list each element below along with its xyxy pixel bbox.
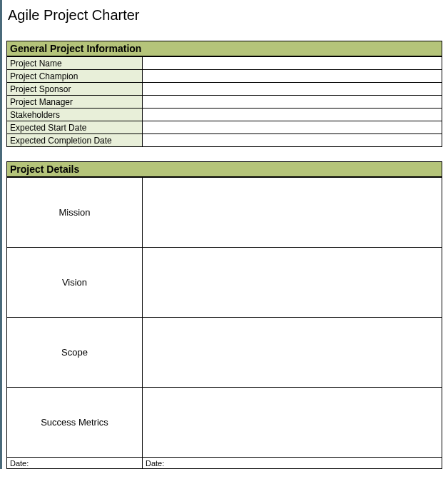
general-info-table: Project Name Project Champion Project Sp…: [6, 56, 442, 147]
field-label: Project Champion: [7, 70, 143, 83]
table-row: Project Sponsor: [7, 83, 442, 96]
field-label: Stakeholders: [7, 109, 143, 121]
field-label: Project Manager: [7, 96, 143, 109]
project-details-table: Mission Vision Scope Success Metrics Dat…: [6, 177, 442, 469]
table-row: Project Manager: [7, 96, 442, 109]
field-value[interactable]: [143, 109, 442, 121]
field-value[interactable]: [143, 70, 442, 83]
field-label: Expected Completion Date: [7, 134, 143, 147]
detail-label: Vision: [7, 248, 143, 318]
table-row: Project Name: [7, 57, 442, 70]
detail-label: Scope: [7, 318, 143, 388]
date-field-1[interactable]: Date:: [7, 458, 143, 469]
detail-value[interactable]: [143, 178, 442, 248]
field-value[interactable]: [143, 134, 442, 147]
field-value[interactable]: [143, 57, 442, 70]
field-value[interactable]: [143, 121, 442, 134]
general-section-header: General Project Information: [6, 41, 442, 56]
table-row: Expected Completion Date: [7, 134, 442, 147]
field-label: Expected Start Date: [7, 121, 143, 134]
document-wrapper: Agile Project Charter General Project In…: [0, 0, 448, 469]
detail-label: Mission: [7, 178, 143, 248]
table-row: Mission: [7, 178, 442, 248]
details-section-header: Project Details: [6, 161, 442, 177]
table-row: Success Metrics: [7, 388, 442, 458]
field-label: Project Name: [7, 57, 143, 70]
date-row: Date: Date:: [7, 458, 442, 469]
table-row: Expected Start Date: [7, 121, 442, 134]
field-value[interactable]: [143, 83, 442, 96]
detail-value[interactable]: [143, 248, 442, 318]
detail-value[interactable]: [143, 318, 442, 388]
date-label: Date:: [146, 459, 164, 468]
table-row: Scope: [7, 318, 442, 388]
table-row: Project Champion: [7, 70, 442, 83]
page-title: Agile Project Charter: [6, 7, 442, 24]
detail-value[interactable]: [143, 388, 442, 458]
date-label: Date:: [10, 459, 29, 468]
table-row: Stakeholders: [7, 109, 442, 121]
detail-label: Success Metrics: [7, 388, 143, 458]
date-field-2[interactable]: Date:: [143, 458, 442, 469]
field-label: Project Sponsor: [7, 83, 143, 96]
table-row: Vision: [7, 248, 442, 318]
field-value[interactable]: [143, 96, 442, 109]
